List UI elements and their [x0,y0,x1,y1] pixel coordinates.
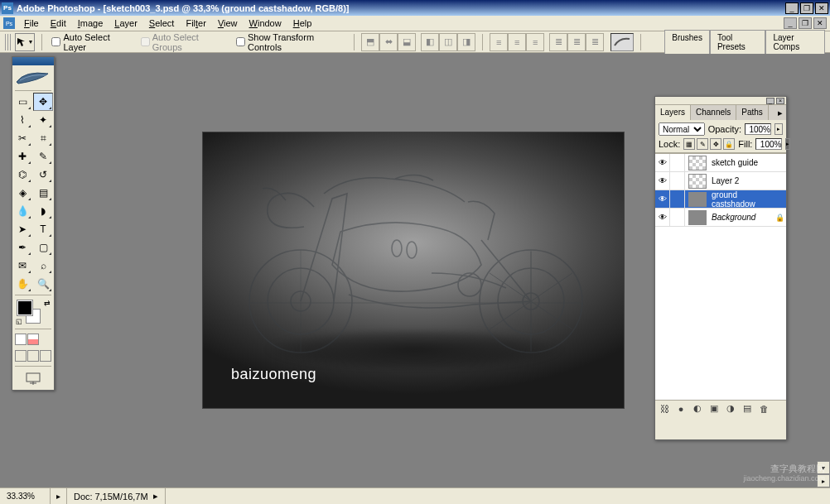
document-canvas[interactable]: baizuomeng [202,132,625,409]
menu-layer[interactable]: Layer [109,17,143,30]
tool-healing[interactable]: ✚ [12,147,32,166]
screen-standard-icon[interactable] [15,350,27,362]
tab-paths[interactable]: Paths [736,105,769,120]
blend-mode-select[interactable]: Normal [659,122,705,136]
opacity-slider-toggle[interactable]: ▸ [775,123,783,135]
zoom-field[interactable] [7,492,43,501]
swap-colors-icon[interactable]: ⇄ [44,299,51,307]
layer-row[interactable]: 👁Background🔒 [655,209,786,227]
screen-full-icon[interactable] [40,350,51,362]
mdi-minimize[interactable]: _ [784,17,797,29]
new-group-button[interactable]: ▣ [708,403,720,415]
lock-transparency-icon[interactable]: ▦ [683,138,695,150]
maximize-button[interactable]: ❐ [800,2,813,14]
visibility-toggle-icon[interactable]: 👁 [655,154,670,172]
new-layer-button[interactable]: ▤ [741,403,753,415]
tool-preset-picker[interactable]: ▼ [15,33,35,51]
tool-slice[interactable]: ⌗ [33,129,53,147]
lock-pixels-icon[interactable]: ✎ [697,138,708,150]
tab-layer-comps[interactable]: Layer Comps [765,30,825,54]
layer-thumbnail[interactable] [688,174,707,189]
tab-tool-presets[interactable]: Tool Presets [710,30,766,54]
tool-lasso[interactable]: ⌇ [12,111,32,129]
tool-wand[interactable]: ✦ [33,111,53,129]
layer-name[interactable]: Background [710,213,773,222]
menu-filter[interactable]: Filter [180,17,211,30]
auto-select-layer-checkbox[interactable]: Auto Select Layer [51,32,130,52]
menu-image[interactable]: Image [72,17,109,30]
tool-crop[interactable]: ✂ [12,129,32,147]
menu-file[interactable]: File [18,17,45,30]
panel-header[interactable]: _ × [655,97,786,105]
layer-name[interactable]: Layer 2 [710,176,773,185]
tool-stamp[interactable]: ⌬ [12,166,32,184]
mdi-close[interactable]: ✕ [813,17,827,29]
status-arrow[interactable]: ▸ [51,488,67,504]
foreground-color-swatch[interactable] [17,300,32,315]
tool-gradient[interactable]: ▤ [33,184,53,202]
tool-zoom[interactable]: 🔍 [33,275,53,293]
layer-style-button[interactable]: ● [675,403,687,415]
screen-menubar-icon[interactable] [27,350,39,362]
layer-name[interactable]: ground castshadow [710,190,773,209]
tool-hand[interactable]: ✋ [12,275,32,293]
tab-layers[interactable]: Layers [655,105,691,120]
menu-edit[interactable]: Edit [45,17,72,30]
fill-field[interactable] [755,138,782,150]
layer-thumbnail[interactable] [688,192,707,207]
tab-channels[interactable]: Channels [691,105,736,120]
minimize-button[interactable]: _ [785,2,799,14]
options-grip[interactable] [5,34,12,50]
layer-row[interactable]: 👁sketch guide [655,154,786,172]
link-cell[interactable] [670,190,685,209]
visibility-toggle-icon[interactable]: 👁 [655,190,670,209]
color-swatches[interactable]: ⇄ ◱ [12,297,54,327]
fill-slider-toggle[interactable]: ▸ [785,138,790,150]
adjustment-layer-button[interactable]: ◑ [725,403,736,415]
tool-notes[interactable]: ✉ [12,257,32,275]
jump-to-imageready[interactable] [12,368,54,390]
panel-minimize-button[interactable]: _ [766,98,775,104]
panel-close-button[interactable]: × [776,98,784,104]
tool-eraser[interactable]: ◈ [12,184,32,202]
link-cell[interactable] [670,154,685,172]
opacity-field[interactable] [745,123,771,135]
tool-eyedropper[interactable]: ⌕ [33,257,53,275]
link-cell[interactable] [670,172,685,190]
toolbox-grip[interactable] [12,57,54,65]
link-layers-button[interactable]: ⛓ [659,403,670,415]
quickmask-mode-icon[interactable] [27,334,39,345]
layer-thumbnail[interactable] [688,156,707,170]
lock-all-icon[interactable]: 🔒 [723,138,735,150]
tool-marquee[interactable]: ▭ [12,93,32,111]
mdi-restore[interactable]: ❐ [799,17,812,29]
tool-history-brush[interactable]: ↺ [33,166,53,184]
panel-menu-button[interactable]: ▸ [775,105,786,120]
layer-thumbnail[interactable] [688,210,707,225]
tool-pen[interactable]: ✒ [12,238,32,257]
palette-well-toggle[interactable] [610,33,634,51]
tool-move[interactable]: ✥ [33,93,53,111]
menu-help[interactable]: Help [287,17,318,30]
show-transform-checkbox[interactable]: Show Transform Controls [236,32,344,52]
tab-brushes[interactable]: Brushes [664,30,710,54]
menu-view[interactable]: View [212,17,244,30]
layer-name[interactable]: sketch guide [710,158,773,167]
tool-type[interactable]: T [33,220,53,238]
tool-brush[interactable]: ✎ [33,147,53,166]
tool-path-select[interactable]: ➤ [12,220,32,238]
layer-row[interactable]: 👁Layer 2 [655,172,786,190]
visibility-toggle-icon[interactable]: 👁 [655,172,670,190]
tool-shape[interactable]: ▢ [33,238,53,257]
tool-dodge[interactable]: ◗ [33,202,53,220]
menu-select[interactable]: Select [143,17,181,30]
standard-mode-icon[interactable] [15,334,27,345]
menu-window[interactable]: Window [244,17,287,30]
visibility-toggle-icon[interactable]: 👁 [655,209,670,227]
layer-mask-button[interactable]: ◐ [692,403,703,415]
layer-row[interactable]: 👁ground castshadow [655,190,786,209]
default-colors-icon[interactable]: ◱ [16,318,22,325]
lock-position-icon[interactable]: ✥ [710,138,721,150]
close-button[interactable]: ✕ [815,2,828,14]
delete-layer-button[interactable]: 🗑 [758,403,770,415]
